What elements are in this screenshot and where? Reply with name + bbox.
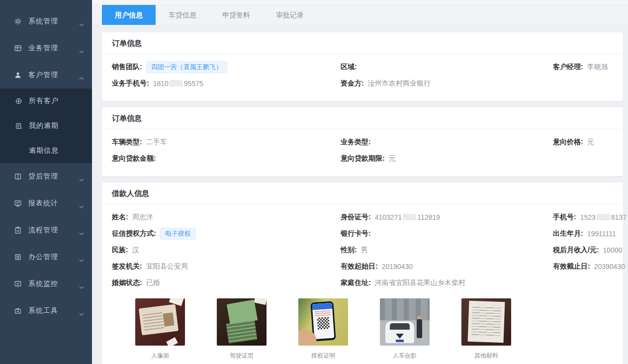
sidebar-item-label: 我的逾期 bbox=[29, 121, 92, 130]
chevron-up-icon bbox=[79, 74, 84, 77]
field-value: 20390430 bbox=[594, 263, 625, 271]
field-label: 业务类型: bbox=[341, 138, 371, 147]
sidebar-item-my-overdue[interactable]: 我的逾期 bbox=[0, 113, 92, 138]
sidebar-item-label: 逾期信息 bbox=[29, 146, 92, 155]
sidebar: 系统管理 业务管理 客户管理 所有客户 bbox=[0, 0, 92, 364]
sidebar-item-postloan-mgmt[interactable]: 贷后管理 bbox=[0, 163, 92, 190]
field-value: 周志洋 bbox=[132, 213, 153, 222]
photo-cell: 人车合影 bbox=[380, 298, 430, 360]
tab-car-loan-info[interactable]: 车贷信息 bbox=[156, 5, 209, 25]
card-body: 车辆类型: 二手车 业务类型: 意向价格: 元 意向贷款金额: bbox=[102, 129, 623, 176]
toolbox-icon bbox=[14, 307, 22, 315]
field-intended-loan-amount: 意向贷款金额: bbox=[112, 153, 341, 164]
sidebar-item-all-customers[interactable]: 所有客户 bbox=[0, 89, 92, 113]
field-intended-loan-term: 意向贷款期限: 元 bbox=[341, 153, 553, 164]
sales-team-tag[interactable]: 四团一营（直属王鹏飞） bbox=[146, 61, 227, 73]
order-info-card-2: 订单信息 车辆类型: 二手车 业务类型: 意向价格: bbox=[102, 107, 623, 176]
card-body: 姓名: 周志洋 身份证号: 4103271112819 手机号: 1523813… bbox=[102, 204, 623, 364]
field-value: 汉 bbox=[132, 246, 139, 255]
photo-person-with-car[interactable] bbox=[380, 298, 430, 346]
field-funder: 资金方: 汝州市农村商业银行 bbox=[341, 78, 553, 89]
field-value: 河南省宜阳县花果山乡木柴村 bbox=[375, 278, 465, 287]
field-account-manager: 客户经理: 李晓旭 bbox=[553, 62, 613, 73]
top-strip bbox=[92, 0, 628, 5]
buildings-graphic bbox=[380, 298, 430, 320]
tab-loan-application-docs[interactable]: 申贷资料 bbox=[209, 5, 263, 25]
credit-auth-tag[interactable]: 电子授权 bbox=[160, 228, 196, 240]
field-mobile-number: 手机号: 15238137 bbox=[553, 212, 627, 223]
sidebar-item-overdue-info[interactable]: 逾期信息 bbox=[0, 138, 92, 163]
photo-paper-document[interactable] bbox=[461, 298, 511, 346]
field-birth-date: 出生年月: 19911111 bbox=[553, 228, 627, 239]
sidebar-item-system-monitor[interactable]: 系统监控 bbox=[0, 271, 92, 297]
windshield-graphic bbox=[390, 323, 410, 330]
monitor-check-icon bbox=[14, 280, 22, 288]
field-label: 银行卡号: bbox=[341, 229, 371, 238]
field-label: 销售团队: bbox=[112, 63, 142, 72]
field-label: 姓名: bbox=[112, 213, 128, 222]
field-label: 出生年月: bbox=[553, 229, 583, 238]
field-monthly-income: 税后月收入/元: 10000 bbox=[553, 245, 627, 256]
sidebar-item-business-mgmt[interactable]: 业务管理 bbox=[0, 35, 92, 62]
field-value: 宜阳县公安局 bbox=[146, 262, 188, 271]
sidebar-item-customer-mgmt[interactable]: 客户管理 bbox=[0, 62, 92, 89]
card-body: 销售团队: 四团一营（直属王鹏飞） 区域: 客户经理: 李晓旭 业务手机号 bbox=[102, 54, 623, 101]
tab-user-info[interactable]: 用户信息 bbox=[102, 5, 156, 25]
field-value: 181095575 bbox=[153, 80, 203, 88]
booklet-page-graphic bbox=[226, 320, 257, 344]
field-gender: 性别: 男 bbox=[341, 245, 553, 256]
field-label: 有效截止日: bbox=[553, 262, 590, 271]
photo-license-booklet[interactable] bbox=[217, 298, 267, 346]
field-value: 汝州市农村商业银行 bbox=[368, 79, 431, 88]
tab-approval-records[interactable]: 审批记录 bbox=[263, 5, 317, 25]
square-icon bbox=[14, 253, 22, 261]
field-label: 身份证号: bbox=[341, 213, 371, 222]
sidebar-item-process-mgmt[interactable]: 流程管理 bbox=[0, 217, 92, 244]
blur-mask bbox=[403, 214, 416, 220]
card-title: 订单信息 bbox=[112, 39, 142, 47]
photo-id-card[interactable] bbox=[135, 298, 185, 346]
id-card-portrait-graphic bbox=[163, 312, 175, 326]
field-vehicle-type: 车辆类型: 二手车 bbox=[112, 137, 341, 148]
field-business-type: 业务类型: bbox=[341, 137, 553, 148]
field-valid-to: 有效截止日: 20390430 bbox=[553, 261, 627, 272]
phone-screen-graphic bbox=[312, 303, 335, 340]
book-icon bbox=[14, 173, 22, 181]
sidebar-item-office-mgmt[interactable]: 办公管理 bbox=[0, 244, 92, 271]
sidebar-item-label: 系统监控 bbox=[28, 279, 79, 288]
customer-mgmt-submenu: 所有客户 我的逾期 逾期信息 bbox=[0, 89, 92, 163]
field-region: 区域: bbox=[341, 62, 553, 73]
paper-graphic bbox=[468, 301, 505, 343]
gear-icon bbox=[14, 17, 22, 25]
field-label: 车辆类型: bbox=[112, 138, 142, 147]
field-label: 民族: bbox=[112, 246, 128, 255]
chevron-down-icon bbox=[79, 202, 84, 205]
field-label: 资金方: bbox=[341, 79, 364, 88]
photo-auth-screenshot[interactable] bbox=[298, 298, 348, 346]
field-label: 税后月收入/元: bbox=[553, 246, 599, 255]
photo-caption: 人像面 bbox=[135, 352, 185, 360]
field-empty bbox=[553, 277, 627, 288]
sidebar-item-report-stats[interactable]: 报表统计 bbox=[0, 190, 92, 217]
field-label: 业务手机号: bbox=[112, 79, 149, 88]
app-window: 系统管理 业务管理 客户管理 所有客户 bbox=[0, 0, 628, 364]
id-card-graphic bbox=[139, 304, 179, 336]
car-graphic bbox=[385, 321, 414, 343]
monitor-icon bbox=[14, 199, 22, 207]
phone-header-graphic bbox=[312, 303, 333, 310]
sidebar-item-label: 所有客户 bbox=[29, 96, 92, 105]
borrower-info-card: 借款人信息 姓名: 周志洋 身份证号: 4103271112819 手机 bbox=[102, 182, 623, 364]
sidebar-item-label: 客户管理 bbox=[28, 71, 79, 80]
sidebar-item-system-mgmt[interactable]: 系统管理 bbox=[0, 8, 92, 35]
field-label: 客户经理: bbox=[553, 63, 583, 72]
photo-cell: 授权证明 bbox=[298, 298, 348, 360]
chevron-down-icon bbox=[79, 20, 84, 23]
sidebar-item-system-tools[interactable]: 系统工具 bbox=[0, 297, 92, 324]
content-area: 订单信息 销售团队: 四团一营（直属王鹏飞） 区域: 客户经理: bbox=[92, 25, 628, 364]
field-label: 性别: bbox=[341, 246, 357, 255]
card-title: 借款人信息 bbox=[112, 189, 149, 197]
document-icon bbox=[15, 122, 22, 130]
person-body-graphic bbox=[417, 319, 422, 338]
qr-code-graphic bbox=[317, 317, 330, 330]
card-header: 借款人信息 bbox=[102, 182, 623, 204]
